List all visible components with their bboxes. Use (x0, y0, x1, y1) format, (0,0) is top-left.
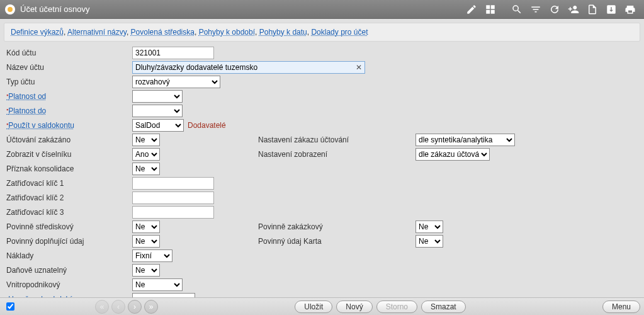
label-nast-zakazu: Nastavení zákazu účtování (258, 135, 415, 144)
dan-select[interactable]: Ne (132, 264, 160, 277)
nav-prev-icon[interactable]: ‹ (111, 300, 125, 314)
footer-checkbox[interactable] (6, 302, 14, 311)
new-button[interactable]: Nový (336, 301, 372, 313)
export-icon[interactable] (602, 2, 620, 17)
typ-select[interactable]: rozvahový (132, 76, 220, 88)
adduser-icon[interactable] (565, 2, 582, 17)
label-naklady: Náklady (6, 251, 132, 260)
label-nast-zobr: Nastavení zobrazení (258, 150, 415, 159)
link-alt[interactable]: Alternativní názvy (67, 28, 127, 37)
nav-buttons: « ‹ › » (95, 300, 158, 314)
form-area: Kód účtu Název účtu ✕ Typ účtu rozvahový… (0, 45, 644, 315)
nav-last-icon[interactable]: » (144, 300, 158, 314)
nazev-input[interactable] (133, 62, 353, 73)
menu-button[interactable]: Menu (602, 301, 640, 313)
platnost-do-select[interactable] (132, 105, 183, 117)
delete-button[interactable]: Smazat (421, 301, 466, 313)
refresh-icon[interactable] (546, 2, 563, 17)
klic3-input[interactable] (132, 206, 214, 219)
label-typ: Typ účtu (6, 77, 132, 86)
nav-next-icon[interactable]: › (128, 300, 142, 314)
print-icon[interactable] (621, 2, 639, 17)
svg-point-0 (8, 7, 13, 12)
label-priznak: Příznak konsolidace (6, 164, 132, 173)
link-definice[interactable]: Definice výkazů (11, 28, 64, 37)
label-pov-stred: Povinně střediskový (6, 222, 132, 231)
naklady-select[interactable]: Fixní (132, 249, 172, 262)
pov-stred-select[interactable]: Ne (132, 220, 160, 233)
label-zobrazit: Zobrazit v číselníku (6, 150, 132, 159)
saldokonto-select[interactable]: SalDod (132, 119, 184, 132)
save-button[interactable]: Uložit (295, 301, 332, 313)
nav-first-icon[interactable]: « (95, 300, 109, 314)
pov-zakaz-select[interactable]: Ne (415, 220, 443, 233)
label-klic2: Zatřiďovací klíč 2 (6, 193, 132, 202)
document-icon[interactable] (584, 2, 601, 17)
edit-icon[interactable] (463, 2, 480, 17)
title-bar: Účet účetní osnovy (0, 0, 644, 19)
search-icon[interactable] (508, 2, 526, 17)
label-saldokonto[interactable]: ▪Použít v saldokontu (6, 121, 132, 130)
label-pov-dopln: Povinný doplňující údaj (6, 237, 132, 246)
saldokonto-desc: Dodavatelé (188, 121, 226, 130)
pov-karta-select[interactable]: Ne (415, 235, 443, 248)
label-klic3: Zatřiďovací klíč 3 (6, 208, 132, 217)
label-dan: Daňově uznatelný (6, 266, 132, 275)
platnost-od-select[interactable] (132, 90, 183, 103)
footer-bar: « ‹ › » Uložit Nový Storno Smazat Menu (0, 297, 644, 315)
label-kod: Kód účtu (6, 49, 132, 57)
label-pov-karta: Povinný údaj Karta (258, 237, 415, 246)
label-klic1: Zatřiďovací klíč 1 (6, 179, 132, 188)
link-strediska[interactable]: Povolená střediska (131, 28, 195, 37)
klic2-input[interactable] (132, 192, 214, 204)
vnitro-select[interactable]: Ne (132, 278, 183, 291)
label-pov-zakaz: Povinně zakázkový (258, 222, 415, 231)
priznak-select[interactable]: Ne (132, 163, 160, 175)
label-nazev: Název účtu (6, 63, 132, 72)
filter-icon[interactable] (527, 2, 545, 17)
pov-dopln-select[interactable]: Ne (132, 235, 160, 248)
kod-input[interactable] (132, 47, 214, 59)
grid-icon[interactable] (482, 2, 499, 17)
link-doklady[interactable]: Doklady pro účet (311, 28, 368, 37)
app-logo-icon (5, 4, 15, 14)
label-platnost-do[interactable]: ▪Platnost do (6, 106, 132, 115)
label-vnitro: Vnitropodnikový (6, 280, 132, 289)
link-pohyby-obdobi[interactable]: Pohyby k období (199, 28, 255, 37)
window-title: Účet účetní osnovy (20, 4, 90, 14)
klic1-input[interactable] (132, 177, 214, 190)
toolbar-icons (463, 2, 639, 17)
nast-zobr-select[interactable]: dle zákazu účtování (415, 148, 490, 161)
label-platnost-od[interactable]: ▪Platnost od (6, 92, 132, 101)
clear-icon[interactable]: ✕ (353, 63, 364, 72)
link-pohyby-datu[interactable]: Pohyby k datu (259, 28, 307, 37)
uct-zakazano-select[interactable]: Ne (132, 134, 160, 146)
nast-zakazu-select[interactable]: dle syntetika/analytika (415, 134, 515, 146)
nazev-input-wrap: ✕ (132, 61, 365, 74)
links-bar: Definice výkazů, Alternativní názvy, Pov… (4, 23, 640, 42)
storno-button: Storno (376, 301, 417, 313)
label-uct-zakazano: Účtování zakázáno (6, 135, 132, 144)
zobrazit-select[interactable]: Ano (132, 148, 160, 161)
